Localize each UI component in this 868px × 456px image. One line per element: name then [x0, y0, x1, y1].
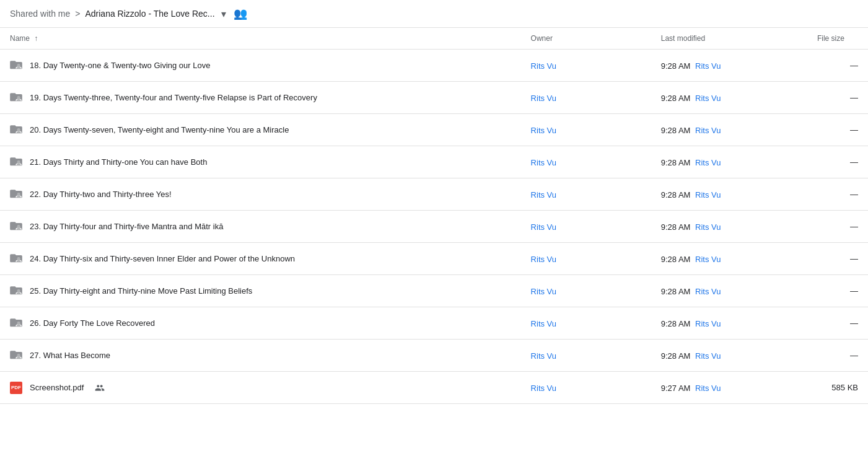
table-header-row: Name ↑ Owner Last modified File size	[0, 28, 868, 50]
svg-point-17	[17, 322, 20, 325]
modified-cell: 9:28 AM Rits Vu	[651, 307, 807, 340]
size-cell: —	[807, 146, 868, 178]
modified-time: 9:28 AM	[661, 222, 691, 232]
column-header-size[interactable]: File size	[807, 28, 868, 50]
owner-cell: Rits Vu	[521, 50, 651, 82]
modified-time: 9:28 AM	[661, 126, 691, 135]
file-name-text: 24. Day Thirty-six and Thirty-seven Inne…	[30, 254, 295, 263]
name-cell: 23. Day Thirty-four and Thirty-five Mant…	[0, 211, 521, 243]
table-row[interactable]: 24. Day Thirty-six and Thirty-seven Inne…	[0, 243, 868, 275]
table-row[interactable]: 25. Day Thirty-eight and Thirty-nine Mov…	[0, 275, 868, 307]
modified-by-link[interactable]: Rits Vu	[693, 222, 721, 232]
breadcrumb-dropdown-icon[interactable]: ▾	[221, 8, 226, 20]
modified-time: 9:28 AM	[661, 255, 691, 264]
owner-link[interactable]: Rits Vu	[531, 384, 556, 393]
table-row[interactable]: 27. What Has BecomeRits Vu9:28 AM Rits V…	[0, 340, 868, 372]
modified-by-link[interactable]: Rits Vu	[693, 190, 721, 200]
size-cell: —	[807, 275, 868, 307]
name-cell: 20. Days Twenty-seven, Twenty-eight and …	[0, 114, 521, 146]
table-row[interactable]: 21. Days Thirty and Thirty-one You can h…	[0, 146, 868, 178]
modified-time: 9:28 AM	[661, 94, 691, 103]
modified-by-link[interactable]: Rits Vu	[693, 61, 721, 71]
breadcrumb-current-folder: Adriana Rizzolo - The Love Rec...	[85, 9, 214, 19]
svg-point-3	[17, 96, 20, 99]
modified-by-link[interactable]: Rits Vu	[693, 158, 721, 167]
folder-shared-icon	[10, 349, 22, 362]
size-cell: —	[807, 211, 868, 243]
modified-time: 9:28 AM	[661, 158, 691, 167]
file-name-text: 27. What Has Become	[30, 351, 110, 360]
owner-link[interactable]: Rits Vu	[531, 351, 556, 361]
table-row[interactable]: 26. Day Forty The Love RecoveredRits Vu9…	[0, 307, 868, 340]
name-cell: 26. Day Forty The Love Recovered	[0, 307, 521, 340]
folder-shared-icon	[10, 123, 22, 136]
column-header-owner[interactable]: Owner	[521, 28, 651, 50]
owner-link[interactable]: Rits Vu	[531, 126, 556, 135]
share-people-icon[interactable]: 👥	[234, 7, 247, 20]
svg-point-11	[17, 225, 20, 228]
sort-arrow-icon: ↑	[34, 34, 38, 43]
shared-badge-icon	[95, 383, 105, 393]
owner-cell: Rits Vu	[521, 178, 651, 211]
owner-link[interactable]: Rits Vu	[531, 287, 556, 296]
name-cell: PDFScreenshot.pdf	[0, 372, 521, 404]
folder-shared-icon	[10, 91, 22, 104]
owner-cell: Rits Vu	[521, 307, 651, 340]
file-name-text: Screenshot.pdf	[30, 383, 84, 392]
modified-cell: 9:28 AM Rits Vu	[651, 243, 807, 275]
column-header-modified[interactable]: Last modified	[651, 28, 807, 50]
folder-shared-icon	[10, 188, 22, 201]
table-row[interactable]: 19. Days Twenty-three, Twenty-four and T…	[0, 82, 868, 114]
table-row[interactable]: 22. Day Thirty-two and Thirty-three Yes!…	[0, 178, 868, 211]
size-cell: —	[807, 178, 868, 211]
folder-shared-icon	[10, 156, 22, 169]
owner-link[interactable]: Rits Vu	[531, 94, 556, 103]
owner-link[interactable]: Rits Vu	[531, 190, 556, 200]
modified-time: 9:28 AM	[661, 61, 691, 71]
table-row[interactable]: 18. Day Twenty-one & Twenty-two Giving o…	[0, 50, 868, 82]
folder-shared-icon	[10, 59, 22, 72]
svg-point-1	[17, 64, 20, 67]
file-name-text: 26. Day Forty The Love Recovered	[30, 318, 155, 328]
modified-time: 9:28 AM	[661, 351, 691, 361]
file-name-text: 18. Day Twenty-one & Twenty-two Giving o…	[30, 61, 210, 70]
name-cell: 22. Day Thirty-two and Thirty-three Yes!	[0, 178, 521, 211]
folder-shared-icon	[10, 220, 22, 233]
owner-cell: Rits Vu	[521, 340, 651, 372]
modified-by-link[interactable]: Rits Vu	[693, 255, 721, 264]
modified-by-link[interactable]: Rits Vu	[693, 319, 721, 328]
modified-time: 9:28 AM	[661, 287, 691, 296]
name-cell: 24. Day Thirty-six and Thirty-seven Inne…	[0, 243, 521, 275]
owner-cell: Rits Vu	[521, 372, 651, 404]
modified-by-link[interactable]: Rits Vu	[693, 94, 721, 103]
modified-by-link[interactable]: Rits Vu	[693, 287, 721, 296]
owner-cell: Rits Vu	[521, 82, 651, 114]
table-row[interactable]: PDFScreenshot.pdfRits Vu9:27 AM Rits Vu5…	[0, 372, 868, 404]
table-row[interactable]: 23. Day Thirty-four and Thirty-five Mant…	[0, 211, 868, 243]
owner-link[interactable]: Rits Vu	[531, 61, 556, 71]
file-name-text: 20. Days Twenty-seven, Twenty-eight and …	[30, 125, 289, 134]
size-cell: —	[807, 307, 868, 340]
size-cell: —	[807, 243, 868, 275]
folder-shared-icon	[10, 284, 22, 297]
modified-cell: 9:28 AM Rits Vu	[651, 340, 807, 372]
breadcrumb-shared-link[interactable]: Shared with me	[10, 9, 70, 19]
modified-by-link[interactable]: Rits Vu	[693, 351, 721, 361]
svg-point-15	[17, 289, 20, 292]
column-header-name[interactable]: Name ↑	[0, 28, 521, 50]
svg-point-13	[17, 257, 20, 260]
owner-link[interactable]: Rits Vu	[531, 158, 556, 167]
modified-by-link[interactable]: Rits Vu	[693, 384, 721, 393]
owner-link[interactable]: Rits Vu	[531, 255, 556, 264]
name-cell: 18. Day Twenty-one & Twenty-two Giving o…	[0, 50, 521, 82]
owner-link[interactable]: Rits Vu	[531, 319, 556, 328]
file-name-text: 25. Day Thirty-eight and Thirty-nine Mov…	[30, 286, 252, 296]
owner-cell: Rits Vu	[521, 211, 651, 243]
file-name-text: 19. Days Twenty-three, Twenty-four and T…	[30, 93, 317, 102]
modified-by-link[interactable]: Rits Vu	[693, 126, 721, 135]
table-row[interactable]: 20. Days Twenty-seven, Twenty-eight and …	[0, 114, 868, 146]
owner-link[interactable]: Rits Vu	[531, 222, 556, 232]
size-cell: —	[807, 82, 868, 114]
name-cell: 25. Day Thirty-eight and Thirty-nine Mov…	[0, 275, 521, 307]
file-name-text: 22. Day Thirty-two and Thirty-three Yes!	[30, 190, 172, 199]
